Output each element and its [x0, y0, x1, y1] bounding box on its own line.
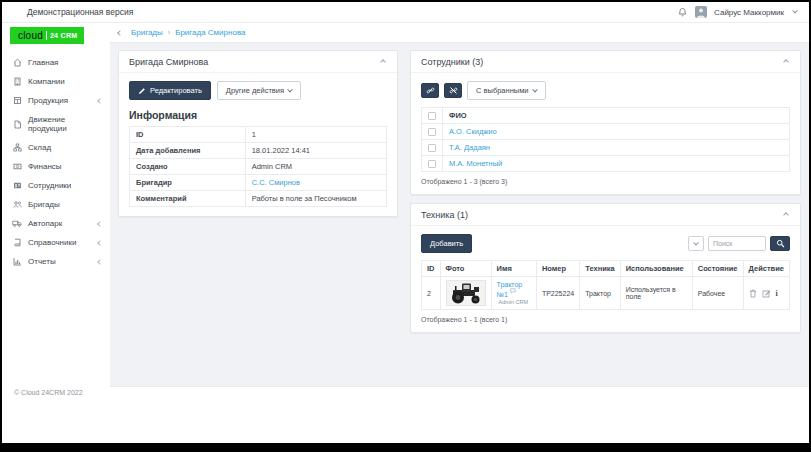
info-button[interactable]: i [776, 289, 778, 298]
chevron-down-icon [287, 86, 293, 92]
sidebar-item-employees[interactable]: Сотрудники [2, 176, 110, 195]
delete-button[interactable] [749, 289, 757, 298]
document-icon [12, 120, 22, 129]
sidebar-item-companies[interactable]: Компании [2, 72, 110, 91]
app-logo[interactable]: cloud 24 CRM [10, 27, 84, 44]
brigade-card-title: Бригада Смирнова [129, 57, 208, 67]
collapse-chevron-icon[interactable] [783, 212, 789, 218]
unlink-icon [449, 86, 458, 95]
search-icon [776, 239, 785, 248]
sidebar-menu: Главная Компании Продукция Движение прод… [2, 53, 110, 271]
link-employee-button[interactable] [421, 83, 439, 98]
table-row: Т.А. Дадаян [422, 140, 790, 156]
submenu-chevron-icon [97, 240, 103, 246]
user-menu-chevron-down-icon[interactable] [792, 8, 798, 14]
sidebar-item-fleet[interactable]: Автопарк [2, 214, 110, 233]
unlink-employee-button[interactable] [444, 83, 462, 98]
collapse-chevron-icon[interactable] [783, 59, 789, 65]
submenu-chevron-icon [97, 221, 103, 227]
user-name[interactable]: Сайрус Маккормик [714, 8, 784, 17]
comment-author-note: Admin CRM [499, 299, 529, 305]
sidebar-item-products[interactable]: Продукция [2, 91, 110, 110]
table-row: Комментарий Работы в поле за Песочником [130, 191, 387, 207]
equipment-table: ID Фото Имя Номер Техника Использование … [421, 260, 790, 310]
trash-icon [749, 289, 757, 298]
sidebar: cloud 24 CRM Главная Компании Продукция [2, 23, 110, 443]
search-input[interactable] [708, 236, 766, 251]
sidebar-item-reports[interactable]: Отчеты [2, 252, 110, 271]
row-checkbox[interactable] [428, 144, 436, 152]
info-section-title: Информация [129, 109, 387, 121]
employees-card-title: Сотрудники (3) [421, 57, 483, 67]
logo-divider [46, 31, 47, 40]
pencil-icon [138, 87, 146, 95]
link-icon [426, 86, 435, 95]
equipment-summary: Отображено 1 - 1 (всего 1) [421, 316, 790, 323]
employees-icon [12, 181, 22, 190]
table-row: ID 1 [130, 127, 387, 143]
add-equipment-button[interactable]: Добавить [421, 234, 472, 253]
equipment-card: Техника (1) Добавить [410, 203, 801, 333]
sidebar-item-warehouse[interactable]: Склад [2, 138, 110, 157]
sidebar-item-brigades[interactable]: Бригады [2, 195, 110, 214]
brigade-info-table: ID 1 Дата добавления 18.01.2022 14:41 Со… [129, 126, 387, 207]
logo-text-24crm: 24 CRM [50, 32, 77, 39]
content-area: Бригада Смирнова Редактировать Другие [110, 43, 809, 387]
fio-column-header: ФИО [443, 108, 790, 124]
chevron-down-icon [532, 86, 538, 92]
fleet-icon [12, 219, 22, 228]
products-icon [12, 96, 22, 105]
table-row: Создано Admin CRM [130, 159, 387, 175]
brigades-icon [12, 200, 22, 209]
tractor-photo[interactable] [446, 280, 486, 306]
sidebar-collapse-chevron-icon[interactable] [114, 28, 126, 37]
edit-row-button[interactable] [762, 289, 771, 298]
main-area: Бригады › Бригада Смирнова Бригада Смирн… [110, 23, 809, 443]
edit-icon [762, 289, 771, 298]
with-selected-button[interactable]: С выбранными [467, 81, 546, 100]
other-actions-button[interactable]: Другие действия [217, 81, 301, 100]
sidebar-item-finance[interactable]: Финансы [2, 157, 110, 176]
table-row: М.А. Монетный [422, 156, 790, 172]
table-row: Бригадир С.С. Смирнов [130, 175, 387, 191]
employee-link[interactable]: А.О. Скиджио [449, 127, 497, 136]
breadcrumb-parent-link[interactable]: Бригады [131, 28, 163, 37]
brigadier-link[interactable]: С.С. Смирнов [252, 178, 300, 187]
comment-bubble-icon [510, 288, 516, 294]
chevron-down-icon [693, 239, 699, 245]
select-all-checkbox[interactable] [428, 112, 436, 120]
breadcrumb-current: Бригада Смирнова [175, 28, 245, 37]
copyright-footer: © Cloud 24CRM 2022 [14, 389, 83, 396]
sidebar-item-directories[interactable]: Справочники [2, 233, 110, 252]
submenu-chevron-icon [97, 98, 103, 104]
employee-link[interactable]: Т.А. Дадаян [449, 143, 490, 152]
row-checkbox[interactable] [428, 128, 436, 136]
building-icon [12, 77, 22, 86]
employees-summary: Отображено 1 - 3 (всего 3) [421, 178, 790, 185]
sidebar-item-product-movement[interactable]: Движение продукции [2, 110, 110, 138]
brigade-card: Бригада Смирнова Редактировать Другие [118, 50, 398, 217]
topbar: Демонстрационная версия Сайрус Маккормик [2, 2, 809, 23]
employees-table: ФИО А.О. Скиджио [421, 107, 790, 172]
reports-icon [12, 257, 22, 266]
table-row: Дата добавления 18.01.2022 14:41 [130, 143, 387, 159]
collapse-chevron-icon[interactable] [380, 59, 386, 65]
directories-icon [12, 238, 22, 247]
user-avatar[interactable] [695, 6, 707, 18]
search-field-dropdown[interactable] [688, 236, 704, 251]
finance-icon [12, 162, 22, 171]
page-whitespace [110, 387, 809, 443]
employee-link[interactable]: М.А. Монетный [449, 159, 502, 168]
breadcrumb-separator: › [168, 29, 170, 36]
logo-text-cloud: cloud [18, 30, 43, 41]
breadcrumb: Бригады › Бригада Смирнова [110, 23, 809, 43]
employees-card: Сотрудники (3) [410, 50, 801, 195]
table-row: 2 Трактор №1 Admin CRM [422, 277, 790, 310]
search-button[interactable] [770, 236, 790, 251]
sidebar-item-home[interactable]: Главная [2, 53, 110, 72]
notifications-bell-icon[interactable] [677, 7, 688, 18]
row-checkbox[interactable] [428, 160, 436, 168]
equipment-card-title: Техника (1) [421, 210, 468, 220]
edit-button[interactable]: Редактировать [129, 81, 211, 100]
warehouse-icon [12, 143, 22, 152]
